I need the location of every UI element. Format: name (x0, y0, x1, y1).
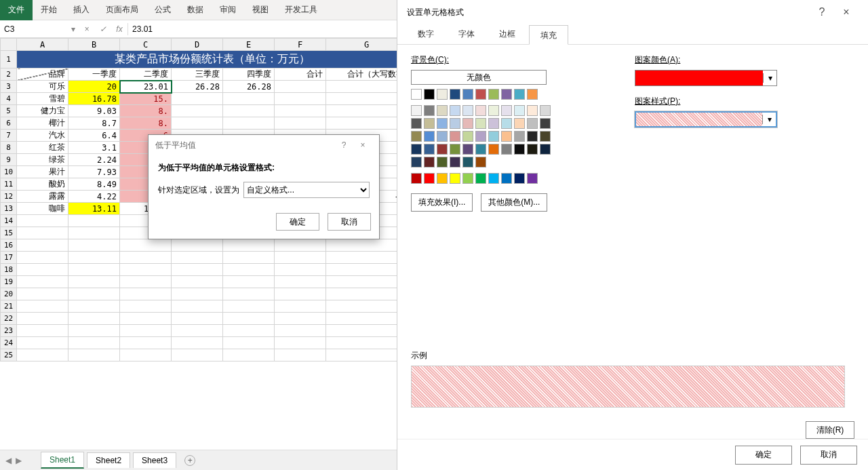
color-swatch[interactable] (411, 131, 422, 142)
cell[interactable] (172, 264, 223, 276)
row-header[interactable]: 17 (1, 252, 17, 264)
cell[interactable] (172, 300, 223, 313)
cell[interactable]: 椰汁 (17, 117, 68, 130)
cell[interactable] (275, 349, 326, 361)
color-swatch[interactable] (411, 157, 422, 168)
cell[interactable] (275, 105, 326, 117)
row-header[interactable]: 19 (1, 276, 17, 288)
clear-button[interactable]: 清除(R) (806, 421, 854, 439)
cell[interactable]: 绿茶 (17, 154, 68, 166)
cell[interactable] (275, 93, 326, 105)
cell[interactable] (223, 239, 275, 252)
col-header-G[interactable]: G (326, 39, 408, 51)
cf-cancel-button[interactable]: 取消 (328, 213, 371, 231)
cell[interactable] (275, 313, 326, 325)
color-swatch[interactable] (501, 173, 512, 184)
row-header[interactable]: 7 (1, 130, 17, 142)
row-header[interactable]: 24 (1, 337, 17, 349)
cell[interactable]: 健力宝 (17, 105, 68, 117)
row-header[interactable]: 15 (1, 227, 17, 239)
color-swatch[interactable] (450, 157, 460, 168)
cell[interactable] (172, 105, 223, 117)
color-swatch[interactable] (462, 144, 473, 155)
color-swatch[interactable] (501, 89, 512, 100)
cell[interactable]: 酸奶 (17, 178, 68, 191)
cell[interactable] (172, 117, 223, 130)
row-header[interactable]: 22 (1, 313, 17, 325)
fmt-ok-button[interactable]: 确定 (735, 446, 792, 465)
cell[interactable] (223, 252, 275, 264)
color-swatch[interactable] (411, 144, 422, 155)
cf-format-select[interactable]: 自定义格式... (243, 182, 370, 198)
color-swatch[interactable] (475, 105, 486, 116)
ribbon-tab-home[interactable]: 开始 (33, 0, 65, 20)
fill-effects-button[interactable]: 填充效果(I)... (411, 193, 473, 212)
row-header[interactable]: 6 (1, 117, 17, 130)
fmt-tab-fill[interactable]: 填充 (529, 25, 568, 45)
cell[interactable] (223, 93, 275, 105)
cell[interactable] (326, 117, 408, 130)
cell[interactable] (223, 117, 275, 130)
cell[interactable] (68, 288, 120, 300)
color-swatch[interactable] (411, 89, 422, 100)
cell[interactable]: 26.28 (223, 81, 275, 93)
cell[interactable] (17, 227, 68, 239)
cell[interactable] (326, 105, 408, 117)
cell[interactable] (326, 300, 408, 313)
color-swatch[interactable] (462, 131, 473, 142)
cell[interactable] (172, 349, 223, 361)
cell[interactable]: 26.28 (172, 81, 223, 93)
color-swatch[interactable] (488, 118, 499, 129)
cell[interactable] (326, 288, 408, 300)
ribbon-tab-review[interactable]: 审阅 (212, 0, 244, 20)
cf-ok-button[interactable]: 确定 (276, 213, 319, 231)
pattern-style-dropdown[interactable]: ▾ (635, 111, 777, 128)
color-swatch[interactable] (475, 89, 486, 100)
color-swatch[interactable] (411, 173, 422, 184)
color-swatch[interactable] (501, 144, 512, 155)
color-swatch[interactable] (450, 144, 460, 155)
color-swatch[interactable] (411, 118, 422, 129)
accept-icon[interactable]: ✓ (95, 24, 111, 34)
cell[interactable]: 汽水 (17, 130, 68, 142)
row-header[interactable]: 14 (1, 215, 17, 227)
color-swatch[interactable] (450, 118, 460, 129)
color-swatch[interactable] (540, 118, 551, 129)
cell[interactable]: 可乐 (17, 81, 68, 93)
color-swatch[interactable] (501, 105, 512, 116)
color-swatch[interactable] (527, 105, 538, 116)
row-header[interactable]: 5 (1, 105, 17, 117)
color-swatch[interactable] (527, 118, 538, 129)
cell[interactable] (223, 349, 275, 361)
ribbon-tab-formula[interactable]: 公式 (146, 0, 179, 20)
color-swatch[interactable] (462, 157, 473, 168)
name-box[interactable] (0, 23, 68, 35)
color-swatch[interactable] (514, 105, 525, 116)
color-swatch[interactable] (462, 105, 473, 116)
cell[interactable] (17, 215, 68, 227)
cell[interactable] (17, 300, 68, 313)
row-header[interactable]: 8 (1, 142, 17, 154)
color-swatch[interactable] (424, 144, 435, 155)
color-swatch[interactable] (437, 173, 448, 184)
cell[interactable] (120, 239, 172, 252)
color-swatch[interactable] (514, 144, 525, 155)
color-swatch[interactable] (475, 173, 486, 184)
color-swatch[interactable] (424, 157, 435, 168)
fmt-tab-border[interactable]: 边框 (488, 24, 526, 44)
cell[interactable] (68, 264, 120, 276)
cell[interactable] (326, 349, 408, 361)
cell[interactable] (275, 252, 326, 264)
sheet-tab-2[interactable]: Sheet2 (87, 452, 130, 468)
row-header[interactable]: 4 (1, 93, 17, 105)
color-swatch[interactable] (488, 89, 499, 100)
cell[interactable] (172, 252, 223, 264)
cell[interactable] (223, 105, 275, 117)
pattern-color-dropdown[interactable]: ▾ (635, 70, 777, 86)
cell[interactable] (17, 239, 68, 252)
cell[interactable] (17, 252, 68, 264)
cell[interactable] (120, 264, 172, 276)
cell[interactable] (172, 276, 223, 288)
col-header-B[interactable]: B (68, 39, 120, 51)
cell[interactable] (120, 288, 172, 300)
